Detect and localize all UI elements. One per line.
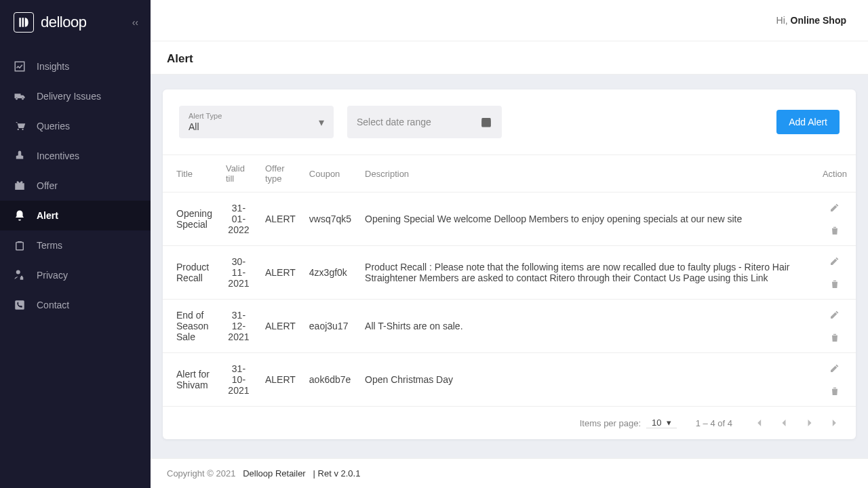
svg-rect-1 — [482, 119, 490, 121]
cell-description: Open Christmas Day — [358, 353, 814, 407]
th-action: Action — [814, 155, 856, 192]
nav-label: Incentives — [37, 150, 79, 161]
th-offer-type: Offer type — [258, 155, 302, 192]
date-range-input[interactable]: Select date range — [347, 106, 502, 138]
cell-action — [814, 353, 856, 407]
cell-offer-type: ALERT — [258, 246, 302, 300]
cell-description: Product Recall : Please note that the fo… — [358, 246, 814, 300]
cell-title: Product Recall — [163, 246, 219, 300]
select-value: All — [189, 121, 324, 132]
nav-label: Queries — [37, 121, 70, 131]
next-page-icon[interactable] — [803, 416, 816, 430]
cell-valid-till: 31-10-2021 — [219, 353, 258, 407]
cell-description: All T-Shirts are on sale. — [358, 300, 814, 353]
shop-name: Online Shop — [791, 15, 846, 26]
edit-icon[interactable] — [829, 309, 840, 320]
sidebar-item-offer[interactable]: Offer — [0, 171, 151, 201]
cell-offer-type: ALERT — [258, 300, 302, 353]
calendar-icon — [480, 116, 492, 128]
nav-label: Contact — [37, 300, 69, 310]
cell-valid-till: 30-11-2021 — [219, 246, 258, 300]
sidebar-item-queries[interactable]: Queries — [0, 111, 151, 141]
greeting: Hi, Online Shop — [776, 15, 846, 26]
cell-coupon: eaoj3u17 — [302, 300, 358, 353]
phone-icon — [14, 299, 26, 311]
sidebar-item-delivery-issues[interactable]: Delivery Issues — [0, 81, 151, 111]
cart-icon — [14, 120, 26, 132]
nav-label: Offer — [37, 180, 58, 191]
sidebar-item-insights[interactable]: Insights — [0, 52, 151, 81]
th-description: Description — [358, 155, 814, 192]
sidebar-item-terms[interactable]: Terms — [0, 230, 151, 260]
chevron-down-icon: ▾ — [319, 116, 324, 129]
sidebar-item-alert[interactable]: Alert — [0, 201, 151, 230]
first-page-icon[interactable] — [751, 416, 765, 430]
cell-valid-till: 31-12-2021 — [219, 300, 258, 353]
delete-icon[interactable] — [829, 386, 840, 396]
select-label: Alert Type — [189, 112, 324, 120]
cell-action — [814, 246, 856, 300]
nav-label: Insights — [37, 61, 69, 72]
chart-icon — [14, 60, 26, 73]
last-page-icon[interactable] — [829, 416, 842, 430]
edit-icon[interactable] — [829, 256, 840, 266]
delete-icon[interactable] — [829, 279, 840, 289]
cell-action — [814, 192, 856, 246]
sidebar: delloop ‹‹ Insights Delivery Issues Quer… — [0, 0, 151, 488]
footer-product: Delloop Retailer — [243, 468, 306, 479]
page-title: Alert — [151, 41, 868, 75]
th-coupon: Coupon — [302, 155, 358, 192]
nav-label: Privacy — [37, 270, 68, 281]
alert-type-select[interactable]: Alert Type All ▾ — [179, 106, 334, 138]
brand-name: delloop — [41, 14, 86, 31]
footer-version: Ret v 2.0.1 — [318, 468, 361, 479]
hand-icon — [14, 150, 26, 162]
delete-icon[interactable] — [829, 332, 840, 343]
alerts-table: Title Valid till Offer type Coupon Descr… — [163, 155, 856, 407]
table-row: Alert for Shivam 31-10-2021 ALERT aok6db… — [163, 353, 856, 407]
th-title: Title — [163, 155, 219, 192]
footer: Copyright © 2021 Delloop Retailer | Ret … — [151, 458, 868, 488]
items-per-page-select[interactable]: 10 ▾ — [646, 418, 677, 428]
sidebar-nav: Insights Delivery Issues Queries Incenti… — [0, 46, 151, 320]
topbar: Hi, Online Shop — [151, 0, 868, 41]
user-lock-icon — [14, 269, 26, 281]
logo-icon — [14, 12, 34, 33]
cell-description: Opening Special We welcome Delloop Membe… — [358, 192, 814, 246]
cell-coupon: aok6db7e — [302, 353, 358, 407]
cell-offer-type: ALERT — [258, 353, 302, 407]
clipboard-icon — [14, 239, 26, 251]
delete-icon[interactable] — [829, 225, 840, 236]
add-alert-button[interactable]: Add Alert — [776, 110, 840, 134]
gift-icon — [14, 180, 26, 192]
collapse-sidebar-icon[interactable]: ‹‹ — [132, 17, 138, 28]
bell-icon — [14, 209, 26, 222]
nav-label: Alert — [37, 210, 58, 221]
logo-area: delloop ‹‹ — [0, 0, 151, 46]
nav-label: Terms — [37, 240, 62, 251]
table-row: Opening Special 31-01-2022 ALERT vwsq7qk… — [163, 192, 856, 246]
cell-coupon: vwsq7qk5 — [302, 192, 358, 246]
items-per-page-label: Items per page: — [580, 418, 641, 428]
cell-valid-till: 31-01-2022 — [219, 192, 258, 246]
paginator: Items per page: 10 ▾ 1 – 4 of 4 — [163, 407, 856, 439]
sidebar-item-privacy[interactable]: Privacy — [0, 260, 151, 290]
th-valid-till: Valid till — [219, 155, 258, 192]
table-row: Product Recall 30-11-2021 ALERT 4zx3gf0k… — [163, 246, 856, 300]
pagination-range: 1 – 4 of 4 — [696, 418, 732, 428]
cell-offer-type: ALERT — [258, 192, 302, 246]
truck-icon — [14, 90, 26, 102]
main-area: Hi, Online Shop Alert Alert Type All ▾ S… — [151, 0, 868, 488]
nav-label: Delivery Issues — [37, 91, 101, 102]
sidebar-item-incentives[interactable]: Incentives — [0, 141, 151, 171]
cell-title: Opening Special — [163, 192, 219, 246]
table-row: End of Season Sale 31-12-2021 ALERT eaoj… — [163, 300, 856, 353]
prev-page-icon[interactable] — [777, 416, 791, 430]
edit-icon[interactable] — [829, 363, 840, 373]
cell-title: End of Season Sale — [163, 300, 219, 353]
cell-title: Alert for Shivam — [163, 353, 219, 407]
alert-card: Alert Type All ▾ Select date range Add A… — [163, 89, 856, 439]
edit-icon[interactable] — [829, 202, 840, 213]
date-placeholder: Select date range — [357, 117, 431, 127]
sidebar-item-contact[interactable]: Contact — [0, 290, 151, 320]
